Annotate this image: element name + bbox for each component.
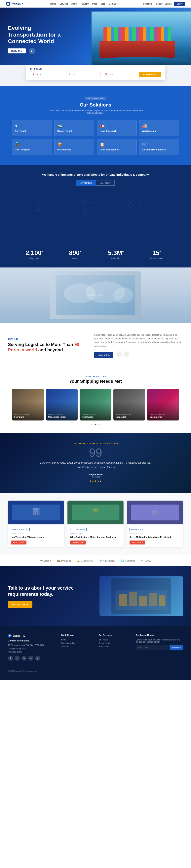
tab-individual[interactable]: An Individual (76, 180, 96, 186)
footer-service-air[interactable]: Air Freight (99, 639, 130, 641)
stat-employees: 2,100+ Employees (16, 249, 53, 259)
login-button[interactable]: Login (174, 2, 185, 6)
blog-read-btn-3[interactable]: READ MORE (130, 540, 145, 545)
partner-penta[interactable]: ✏ Penta (141, 559, 151, 562)
solution-air-freight[interactable]: ✈ Air Freight → (12, 120, 52, 136)
footer-useful-col: Useful Links Home Find a Webship Service… (61, 634, 92, 661)
dot-3[interactable] (95, 424, 96, 425)
footer-grid: tranship Contact Information 27 Division… (8, 634, 183, 661)
blog-read-btn-1[interactable]: READ MORE (11, 540, 26, 545)
warehousing-icon: 🏭 (142, 123, 147, 128)
partner-biometric[interactable]: 🔒 Biometric (77, 559, 93, 562)
svg-point-9 (37, 206, 38, 206)
to-input[interactable] (73, 73, 99, 76)
dot-5[interactable] (99, 424, 101, 425)
partner-vision[interactable]: 👁 vision (40, 559, 51, 562)
footer-phone: (480) 555-0103 (8, 651, 55, 653)
date-input[interactable] (109, 73, 135, 76)
cta-button[interactable]: GET IN TOUCH (8, 601, 32, 608)
tab-company[interactable]: A Company (96, 180, 115, 186)
read-more-button[interactable]: READ MORE (94, 352, 113, 358)
newsletter-subscribe-button[interactable]: Subscribe (169, 645, 183, 650)
social-facebook[interactable]: f (8, 656, 13, 661)
footer-useful-services[interactable]: Services (61, 645, 92, 648)
footer-services-title: Our Services (99, 634, 130, 636)
newsletter-email-input[interactable] (136, 645, 168, 650)
svg-point-13 (42, 208, 42, 209)
partner-product[interactable]: 📦 Product (57, 559, 71, 562)
blog-read-btn-2[interactable]: READ MORE (70, 540, 86, 545)
shipping-card-ecommerce[interactable]: INDUSTRY SECTOR Ecommerce (147, 389, 179, 421)
nav-contact-link[interactable]: Contact (165, 3, 172, 5)
social-linkedin[interactable]: in (15, 656, 20, 661)
svg-point-29 (84, 204, 85, 205)
shipping-card-consumer[interactable]: INDUSTRY SECTOR Consumer Retail (46, 389, 78, 421)
solutions-grid: ✈ Air Freight → 🚢 Ocean Freight → 🚛 Road… (12, 120, 179, 155)
blog-title-3: A.I. Is Making Logistics More Predictabl… (130, 536, 180, 539)
shipping-card-furniture[interactable]: INDUSTRY SECTOR Furniture (12, 389, 44, 421)
stats-grid: 2,100+ Employees 890+ Vessels 5.3M+ Mill… (16, 249, 175, 259)
schedule-from: 📍 (30, 72, 64, 77)
shipping-cards: INDUSTRY SECTOR Furniture INDUSTRY SECTO… (8, 389, 183, 421)
search-button[interactable]: SCHEDULES → (139, 72, 161, 77)
solution-ocean-freight[interactable]: 🚢 Ocean Freight → (54, 120, 94, 136)
dot-1[interactable] (90, 424, 92, 425)
nav-schedule[interactable]: Schedule (143, 3, 152, 5)
footer-service-ocean[interactable]: Ocean Freight (99, 642, 130, 644)
blog-section: 📊 LOGISTICS TREND March 21, 2024 Log Tre… (0, 493, 191, 555)
dot-4[interactable] (97, 424, 98, 425)
footer-service-road[interactable]: Road Transport (99, 645, 130, 648)
solution-road-transport[interactable]: 🚛 Road Transport → (97, 120, 137, 136)
world-map (8, 190, 183, 233)
svg-point-6 (43, 202, 44, 203)
healthcare-bg: INDUSTRY SECTOR Healthcare (80, 389, 111, 421)
svg-text:WORLD MAP: WORLD MAP (88, 294, 103, 297)
nav-page[interactable]: Page (92, 3, 97, 5)
svg-point-14 (36, 211, 37, 212)
logistics-title-part1: Serving Logistics to More Than (8, 342, 75, 347)
nav-contact[interactable]: Contact (109, 3, 116, 5)
solution-rail-transport[interactable]: 🚂 Rail Transport → (12, 139, 52, 155)
solutions-tag: OUR SOLUTIONS (85, 97, 106, 100)
footer-email[interactable]: hello@tranship.com (8, 648, 55, 650)
solution-warehousing[interactable]: 🏭 Warehousing → (139, 120, 179, 136)
nav-prev-button[interactable]: ← (116, 351, 122, 357)
footer-useful-home[interactable]: Home (61, 639, 92, 641)
from-input[interactable] (36, 73, 62, 76)
footer-useful-webship[interactable]: Find a Webship (61, 642, 92, 644)
partners-section: 👁 vision 📦 Product 🔒 Biometric 🔗 Nantmen… (0, 555, 191, 566)
svg-point-21 (42, 221, 42, 222)
rail-transport-icon: 🚂 (15, 142, 20, 147)
nav-blog[interactable]: Blog (101, 3, 105, 5)
partner-nantment[interactable]: 🔗 Nantment (99, 559, 115, 562)
nav-services[interactable]: Services (59, 3, 68, 5)
solution-contract-logistics[interactable]: 📋 Contract Logistics → (97, 139, 137, 155)
road-transport-icon: 🚛 (100, 123, 105, 128)
hero-more-button[interactable]: MORE INFO (8, 49, 26, 54)
nav-tracking[interactable]: Tracking (154, 3, 163, 5)
social-instagram[interactable]: ig (35, 656, 40, 661)
ecommerce-bg: INDUSTRY SECTOR Ecommerce (147, 389, 179, 421)
logistics-section: SERVICES Serving Logistics to More Than … (0, 323, 191, 368)
shipping-title: Your Shipping Needs Met (8, 379, 183, 384)
svg-point-22 (80, 201, 81, 202)
nav-home[interactable]: Home (50, 3, 56, 5)
shipping-card-industrial[interactable]: INDUSTRY SECTOR Industrial (113, 389, 145, 421)
solution-ecommerce-logistics[interactable]: 🛒 E-Commerce Logistics → (139, 139, 179, 155)
nav-industry[interactable]: Industry (81, 3, 88, 5)
svg-point-33 (84, 214, 85, 215)
shipping-card-healthcare[interactable]: INDUSTRY SECTOR Healthcare (80, 389, 111, 421)
social-youtube[interactable]: yt (28, 656, 33, 661)
dot-2[interactable] (93, 424, 94, 425)
blog-date-3: March 21, 2024 (130, 533, 180, 534)
navbar-right: Schedule Tracking Contact Login (143, 2, 185, 6)
hero-play-button[interactable]: ▶ (29, 48, 35, 54)
nav-next-button[interactable]: → (124, 351, 129, 357)
partner-network[interactable]: 🌐 Network (120, 559, 135, 562)
nav-about[interactable]: About (72, 3, 77, 5)
social-twitter[interactable]: tw (22, 656, 27, 661)
blog-img-2: 🏆 (67, 501, 124, 524)
logo[interactable]: tranship (6, 2, 23, 6)
svg-point-54 (151, 214, 152, 215)
solution-warehousing-2[interactable]: 📦 Warehousing → (54, 139, 94, 155)
